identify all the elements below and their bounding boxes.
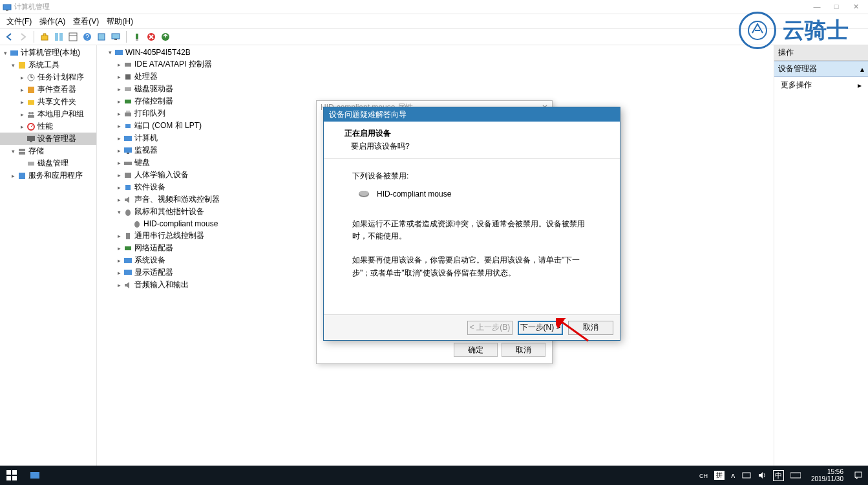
chevron-up-icon: ▴	[860, 65, 864, 74]
window-title: 计算机管理	[14, 2, 50, 12]
wizard-back-button: < 上一步(B)	[467, 321, 513, 335]
mouse-icon	[357, 189, 370, 199]
svg-rect-37	[115, 50, 123, 55]
device-processor[interactable]: ▸处理器	[97, 70, 774, 83]
svg-rect-20	[19, 62, 25, 69]
window-controls: — □ ✕	[807, 3, 865, 11]
refresh-button[interactable]	[95, 30, 108, 43]
tree-task-scheduler[interactable]: ▸任务计划程序	[0, 71, 96, 83]
svg-rect-65	[30, 472, 39, 479]
svg-rect-2	[41, 36, 48, 40]
svg-rect-24	[28, 87, 34, 93]
wizard-next-button[interactable]: 下一步(N) >	[518, 321, 563, 335]
start-button[interactable]	[0, 466, 23, 485]
svg-rect-47	[127, 153, 129, 154]
svg-rect-44	[125, 124, 131, 128]
properties-cancel-button[interactable]: 取消	[502, 343, 545, 357]
svg-rect-67	[790, 473, 801, 478]
tree-device-manager[interactable]: 设备管理器	[0, 133, 96, 145]
enable-button[interactable]	[159, 30, 172, 43]
close-button[interactable]: ✕	[846, 3, 865, 11]
minimize-button[interactable]: —	[807, 3, 827, 11]
help-button[interactable]: ?	[81, 30, 94, 43]
more-actions[interactable]: 更多操作▸	[774, 77, 868, 93]
tray-notifications-icon[interactable]	[854, 471, 863, 480]
wizard-device-name: HID-compliant mouse	[377, 189, 451, 199]
tree-storage[interactable]: ▾存储	[0, 145, 96, 157]
menu-file[interactable]: 文件(F)	[3, 15, 36, 28]
svg-rect-55	[124, 258, 132, 263]
device-root[interactable]: ▾WIN-405P4I5T42B	[97, 47, 774, 58]
tray-clock[interactable]: 15:56 2019/11/30	[807, 468, 847, 482]
maximize-button[interactable]: □	[827, 3, 846, 11]
svg-line-30	[31, 125, 33, 127]
menu-action[interactable]: 操作(A)	[36, 15, 69, 28]
svg-rect-48	[124, 162, 132, 165]
wizard-device-row: HID-compliant mouse	[357, 189, 591, 199]
disable-button[interactable]	[145, 30, 158, 43]
tree-shared-folders[interactable]: ▸共享文件夹	[0, 96, 96, 108]
plug-button[interactable]	[131, 30, 143, 43]
svg-rect-61	[6, 470, 11, 475]
menu-bar: 文件(F) 操作(A) 查看(V) 帮助(H)	[0, 14, 868, 28]
svg-rect-50	[125, 185, 131, 190]
svg-rect-4	[59, 33, 63, 41]
svg-rect-28	[28, 115, 34, 118]
forward-button[interactable]	[17, 30, 30, 43]
svg-rect-3	[55, 33, 58, 41]
tray-chevron-up-icon[interactable]: ʌ	[731, 471, 736, 480]
monitor-button[interactable]	[109, 30, 122, 43]
svg-point-27	[31, 112, 34, 114]
wizard-body: 下列设备被禁用: HID-compliant mouse 如果运行不正常或者造成…	[324, 159, 620, 314]
svg-rect-56	[124, 270, 132, 275]
tray-keyboard-icon[interactable]	[790, 471, 801, 479]
watermark-icon	[739, 12, 776, 49]
svg-rect-0	[3, 5, 11, 10]
up-button[interactable]	[38, 30, 51, 43]
svg-rect-64	[12, 476, 17, 480]
svg-point-58	[359, 191, 368, 196]
toolbar: ?	[0, 28, 868, 45]
app-icon	[3, 3, 12, 12]
svg-point-26	[28, 112, 31, 114]
actions-section[interactable]: 设备管理器▴	[774, 61, 868, 77]
device-diskdrive[interactable]: ▸磁盘驱动器	[97, 83, 774, 95]
tray-ime-badge[interactable]: 拼	[714, 471, 725, 480]
wizard-dialog: 设备问题疑难解答向导 正在启用设备 要启用该设备吗? 下列设备被禁用: HID-…	[323, 107, 620, 341]
system-tray: CH 拼 ʌ 中 15:56 2019/11/30	[694, 468, 868, 482]
svg-rect-54	[125, 246, 131, 250]
wizard-info-2: 如果要再使用该设备，你需要启动它。要启用该设备，请单击"下一步"；或者单击"取消…	[352, 254, 591, 279]
tray-volume-icon[interactable]	[757, 471, 767, 480]
device-ide[interactable]: ▸IDE ATA/ATAPI 控制器	[97, 58, 774, 70]
watermark: 云骑士	[739, 12, 849, 49]
watermark-text: 云骑士	[783, 16, 849, 45]
tree-services[interactable]: ▸服务和应用程序	[0, 169, 96, 182]
svg-point-52	[134, 221, 140, 228]
svg-rect-36	[19, 173, 25, 179]
taskbar-app[interactable]	[23, 466, 47, 485]
menu-view[interactable]: 查看(V)	[69, 15, 103, 28]
tray-ime-lang[interactable]: CH	[699, 471, 708, 479]
tree-performance[interactable]: ▸性能	[0, 120, 96, 133]
menu-help[interactable]: 帮助(H)	[103, 15, 137, 28]
tray-network-icon[interactable]	[742, 471, 751, 480]
properties-ok-button[interactable]: 确定	[454, 343, 498, 357]
left-panel: ▾计算机管理(本地) ▾系统工具 ▸任务计划程序 ▸事件查看器 ▸共享文件夹 ▸…	[0, 45, 97, 466]
tray-ime-mode[interactable]: 中	[773, 470, 784, 481]
svg-rect-10	[112, 34, 120, 39]
back-button[interactable]	[3, 30, 16, 43]
tree-event-viewer[interactable]: ▸事件查看器	[0, 83, 96, 96]
wizard-disabled-label: 下列设备被禁用:	[352, 171, 591, 182]
wizard-cancel-button[interactable]: 取消	[568, 321, 613, 335]
tree-local-users[interactable]: ▸本地用户和组	[0, 108, 96, 120]
svg-rect-66	[743, 473, 750, 478]
view-button-2[interactable]	[67, 30, 79, 43]
tree-system-tools[interactable]: ▾系统工具	[0, 59, 96, 71]
svg-rect-38	[125, 63, 131, 67]
tree-root[interactable]: ▾计算机管理(本地)	[0, 47, 96, 59]
svg-text:?: ?	[85, 34, 89, 41]
svg-rect-5	[69, 33, 77, 41]
svg-rect-45	[124, 136, 132, 141]
tree-disk-mgmt[interactable]: 磁盘管理	[0, 157, 96, 169]
view-button-1[interactable]	[52, 30, 65, 43]
